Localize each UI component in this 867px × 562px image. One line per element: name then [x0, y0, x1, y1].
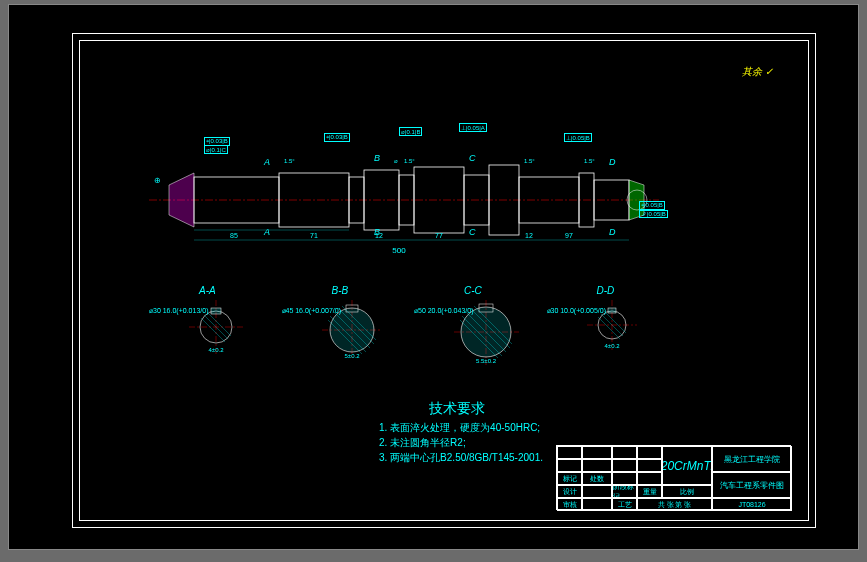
cad-viewport[interactable]: 其余 ✓ ⊕: [8, 4, 859, 550]
svg-text:C: C: [469, 227, 476, 237]
svg-text:5.5±0.2: 5.5±0.2: [476, 358, 497, 364]
fcf-3: ⌖|0.03|B: [324, 133, 350, 142]
section-label-c: C-C: [464, 285, 482, 296]
tb-label: 比例: [662, 485, 712, 498]
tb-school: 黑龙江工程学院: [712, 446, 792, 472]
tb-cell: [582, 498, 612, 511]
tb-cell: [612, 446, 637, 459]
tb-cell: [582, 485, 612, 498]
svg-text:77: 77: [435, 232, 443, 239]
tb-cell: [612, 459, 637, 472]
svg-rect-41: [211, 308, 221, 314]
svg-text:1.5°: 1.5°: [584, 158, 595, 164]
tb-label: 标记: [557, 472, 582, 485]
svg-text:500: 500: [392, 246, 406, 255]
tech-req-2: 2. 未注圆角半径R2;: [379, 435, 543, 450]
tech-requirements-title: 技术要求: [429, 400, 485, 418]
title-block: 20CrMnTi 黑龙江工程学院 标记 处数 汽车工程系零件图 设计 阶段标记 …: [556, 445, 791, 510]
tb-label: 设计: [557, 485, 582, 498]
svg-text:C: C: [469, 153, 476, 163]
section-callout-c: ⌀50 20.0(+0.043/0): [414, 307, 473, 315]
section-d-d: D-D 4±0.2 ⌀30 10.0(+0.005/0): [557, 285, 660, 385]
tb-label: 工艺: [612, 498, 637, 511]
surface-finish-note: 其余 ✓: [742, 65, 773, 79]
svg-text:85: 85: [230, 232, 238, 239]
svg-text:4±0.2: 4±0.2: [209, 347, 225, 353]
section-label-d: D-D: [597, 285, 615, 296]
section-callout-d: ⌀30 10.0(+0.005/0): [547, 307, 606, 315]
svg-text:D: D: [609, 227, 616, 237]
tb-label: 阶段标记: [612, 485, 637, 498]
fcf-5: ⊥|0.05|A: [459, 123, 487, 132]
fcf-8: ⫽|0.05|B: [639, 210, 668, 218]
tb-cell: [557, 459, 582, 472]
tb-cell: [637, 459, 662, 472]
svg-text:71: 71: [310, 232, 318, 239]
tb-share: 共 张 第 张: [637, 498, 712, 511]
tb-cell: [557, 446, 582, 459]
fcf-4: ⌀|0.1|B: [399, 127, 422, 136]
svg-text:12: 12: [525, 232, 533, 239]
svg-text:4±0.2: 4±0.2: [604, 343, 620, 349]
svg-text:B: B: [374, 153, 380, 163]
section-callout-b: ⌀45 16.0(+0.007/0): [282, 307, 341, 315]
section-a-a: A-A 4±0.2 ⌀30 16.0(+0.013/0): [159, 285, 262, 385]
section-c-c: C-C 5.5±0.2 ⌀50 20.0(+0.043/0): [424, 285, 527, 385]
tb-subject: 汽车工程系零件图: [712, 472, 792, 498]
section-views-row: A-A 4±0.2 ⌀30 16.0(+0.013/0) B-B 5±0.2: [159, 285, 659, 385]
section-b-b: B-B 5±0.2 ⌀45 16.0(+0.007/0): [292, 285, 395, 385]
fcf-7: ⌖|0.05|B: [639, 201, 665, 210]
section-label-a: A-A: [199, 285, 216, 296]
svg-text:⌀: ⌀: [394, 158, 398, 164]
svg-text:A: A: [263, 227, 270, 237]
svg-text:A: A: [263, 157, 270, 167]
tb-label: 重量: [637, 485, 662, 498]
svg-rect-56: [608, 308, 616, 313]
tb-cell: [582, 446, 612, 459]
section-label-b: B-B: [332, 285, 349, 296]
tech-req-1: 1. 表面淬火处理，硬度为40-50HRC;: [379, 420, 543, 435]
svg-text:1.5°: 1.5°: [284, 158, 295, 164]
tb-material: 20CrMnTi: [662, 446, 712, 485]
tb-cell: [612, 472, 637, 485]
shaft-main-view: ⊕ 500 85 71 12: [149, 135, 659, 265]
svg-text:1.5°: 1.5°: [404, 158, 415, 164]
tb-cell: [582, 459, 612, 472]
section-callout-a: ⌀30 16.0(+0.013/0): [149, 307, 208, 315]
svg-text:⊕: ⊕: [154, 176, 161, 185]
svg-text:D: D: [609, 157, 616, 167]
tech-req-3: 3. 两端中心孔B2.50/8GB/T145-2001.: [379, 450, 543, 465]
svg-marker-1: [169, 173, 194, 227]
tb-cell: [637, 446, 662, 459]
fcf-2: ⌀|0.1|C: [204, 145, 228, 154]
svg-text:5±0.2: 5±0.2: [344, 353, 360, 359]
svg-text:97: 97: [565, 232, 573, 239]
svg-text:B: B: [374, 227, 380, 237]
tb-drawing-number: JT08126: [712, 498, 792, 511]
tb-cell: [637, 472, 662, 485]
fcf-6: ⊥|0.05|B: [564, 133, 592, 142]
tb-label: 审核: [557, 498, 582, 511]
svg-text:1.5°: 1.5°: [524, 158, 535, 164]
tech-requirements-list: 1. 表面淬火处理，硬度为40-50HRC; 2. 未注圆角半径R2; 3. 两…: [379, 420, 543, 465]
tb-label: 处数: [582, 472, 612, 485]
